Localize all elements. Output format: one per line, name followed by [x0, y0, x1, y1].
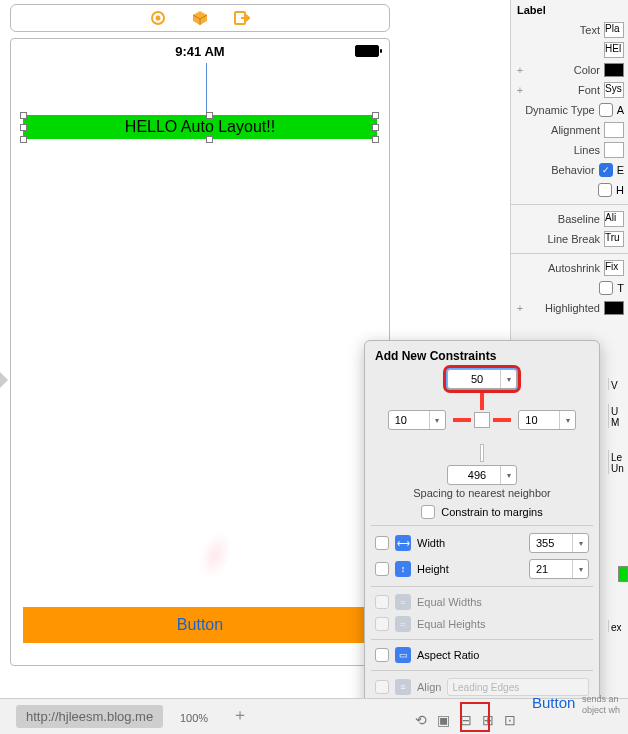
center-box-icon [474, 412, 490, 428]
inspector-section-label: Label [511, 0, 628, 20]
font-field[interactable]: Sys [604, 82, 624, 98]
frag-leun: LeUn [608, 450, 628, 474]
status-bar: 9:41 AM [11, 39, 389, 63]
sel-handle-bc[interactable] [206, 136, 213, 143]
zoom-level[interactable]: 100% [180, 712, 208, 724]
align-check [375, 680, 389, 694]
sel-handle-bl[interactable] [20, 136, 27, 143]
text-style-select[interactable]: Pla [604, 22, 624, 38]
lbl-dynamic: Dynamic Type [515, 104, 595, 116]
aspect-label: Aspect Ratio [417, 649, 589, 661]
record-icon[interactable] [150, 10, 166, 26]
exit-icon[interactable] [234, 10, 250, 26]
eq-heights-label: Equal Heights [417, 618, 589, 630]
left-strut[interactable] [453, 418, 471, 422]
lbl-color: Color [529, 64, 600, 76]
left-spacing-input[interactable]: 10▾ [388, 410, 446, 430]
cube-icon[interactable] [192, 10, 208, 26]
top-strut[interactable] [480, 392, 484, 410]
autoshrink-select[interactable]: Fix [604, 260, 624, 276]
aspect-icon: ▭ [395, 647, 411, 663]
align-label: Align [417, 681, 441, 693]
constrain-margins-check[interactable] [421, 505, 435, 519]
sel-handle-tr[interactable] [372, 112, 379, 119]
toolbar [10, 4, 390, 32]
zoom-in-button[interactable]: ＋ [232, 705, 248, 726]
sel-handle-br[interactable] [372, 136, 379, 143]
sel-handle-tl[interactable] [20, 112, 27, 119]
bottom-button[interactable]: Button [23, 607, 377, 643]
height-icon: ↕ [395, 561, 411, 577]
behavior-enabled-check[interactable]: ✓ [599, 163, 613, 177]
hello-label[interactable]: HELLO Auto Layout!! [23, 115, 377, 139]
frag-um: UM [608, 404, 628, 428]
linebreak-select[interactable]: Tru [604, 231, 624, 247]
sel-handle-tc[interactable] [206, 112, 213, 119]
tighten-check[interactable] [599, 281, 613, 295]
bottom-spacing-input[interactable]: 496▾ [447, 465, 517, 485]
width-label: Width [417, 537, 523, 549]
width-icon: ⟷ [395, 535, 411, 551]
svg-point-1 [156, 16, 161, 21]
height-label: Height [417, 563, 523, 575]
update-frames-icon[interactable]: ⟲ [415, 712, 427, 728]
width-input[interactable]: 355▾ [529, 533, 589, 553]
eq-heights-icon: = [395, 616, 411, 632]
color-swatch[interactable] [604, 63, 624, 77]
bottom-strut[interactable] [480, 444, 484, 462]
frag-v: V [608, 378, 628, 390]
align-icon: ≡ [395, 679, 411, 695]
text-value-field[interactable]: HEl [604, 42, 624, 58]
baseline-select[interactable]: Ali [604, 211, 624, 227]
battery-icon [355, 45, 379, 57]
lbl-lines: Lines [515, 144, 600, 156]
top-spacing-input[interactable]: 50▾ [447, 369, 517, 389]
lbl-highlighted: Highlighted [529, 302, 600, 314]
hello-label-text: HELLO Auto Layout!! [125, 118, 275, 136]
lbl-font: Font [529, 84, 600, 96]
resolve-tool-icon[interactable]: ⊡ [504, 712, 516, 728]
embed-in-icon[interactable]: ▣ [437, 712, 450, 728]
right-strut[interactable] [493, 418, 511, 422]
library-button-title[interactable]: Button [532, 694, 575, 711]
attributes-inspector: Label TextPla HEl +Color +FontSys Dynami… [510, 0, 628, 370]
popover-title: Add New Constraints [375, 349, 589, 363]
lbl-linebreak: Line Break [515, 233, 600, 245]
eq-widths-icon: = [395, 594, 411, 610]
alignment-seg[interactable] [604, 122, 624, 138]
library-button-desc: sends anobject wh [582, 694, 620, 716]
width-check[interactable] [375, 536, 389, 550]
lbl-baseline: Baseline [515, 213, 600, 225]
top-constraint-guide [206, 63, 207, 115]
lbl-text: Text [515, 24, 600, 36]
aspect-check[interactable] [375, 648, 389, 662]
add-constraints-popover: Add New Constraints 50▾ 10▾ 10▾ 496▾ Spa… [364, 340, 600, 734]
lbl-alignment: Alignment [515, 124, 600, 136]
sel-handle-mr[interactable] [372, 124, 379, 131]
eq-widths-label: Equal Widths [417, 596, 589, 608]
eq-heights-check [375, 617, 389, 631]
constrain-margins-label: Constrain to margins [441, 506, 543, 518]
spacing-caption: Spacing to nearest neighbor [375, 487, 589, 499]
height-input[interactable]: 21▾ [529, 559, 589, 579]
sel-handle-ml[interactable] [20, 124, 27, 131]
lines-field[interactable] [604, 142, 624, 158]
frag-green-swatch [618, 566, 628, 582]
jump-bar-arrow-icon[interactable] [0, 370, 8, 390]
right-spacing-input[interactable]: 10▾ [518, 410, 576, 430]
lbl-behavior: Behavior [515, 164, 595, 176]
watermark-text: http://hjleesm.blog.me [16, 705, 163, 728]
frag-ex: ex [608, 620, 628, 632]
status-time: 9:41 AM [175, 44, 224, 59]
annotation-pin-tool [460, 702, 490, 732]
dynamic-check[interactable] [599, 103, 613, 117]
behavior-highlighted-check[interactable] [598, 183, 612, 197]
eq-widths-check [375, 595, 389, 609]
highlighted-swatch[interactable] [604, 301, 624, 315]
height-check[interactable] [375, 562, 389, 576]
button-label: Button [177, 616, 223, 634]
lbl-autoshrink: Autoshrink [515, 262, 600, 274]
